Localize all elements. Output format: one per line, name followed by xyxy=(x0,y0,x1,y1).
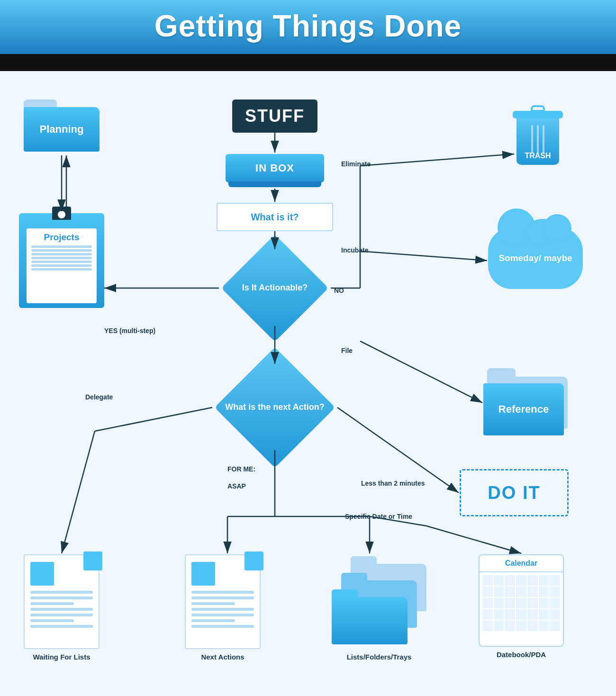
next-action-label: What is the next Action? xyxy=(212,365,337,450)
svg-line-9 xyxy=(360,154,514,166)
planning-folder-icon: Planning xyxy=(24,99,100,152)
svg-line-11 xyxy=(360,341,482,403)
next-action-diamond: What is the next Action? xyxy=(212,365,337,450)
diagram: STUFF IN BOX What is it? Is It Actionabl… xyxy=(0,71,616,696)
datebook-doc: Calendar xyxy=(479,554,564,659)
trash-can: TRASH xyxy=(516,118,559,165)
file-label: File xyxy=(341,347,353,354)
less-than-2-label: Less than 2 minutes xyxy=(361,479,425,487)
next-actions-doc: Next Actions xyxy=(185,554,261,661)
asap-label: ASAP xyxy=(227,482,246,490)
svg-line-16 xyxy=(95,407,212,431)
stuff-box: STUFF xyxy=(232,99,317,133)
actionable-diamond: Is It Actionable? xyxy=(219,250,331,326)
yes-multistep-label: YES (multi-step) xyxy=(104,327,155,334)
page-title: Getting Things Done xyxy=(0,9,616,44)
specific-date-label: Specific Date or Time xyxy=(345,513,412,520)
doit-box: DO IT xyxy=(460,469,569,516)
svg-line-23 xyxy=(426,526,521,553)
projects-clipboard: Projects xyxy=(19,213,104,308)
svg-line-17 xyxy=(62,431,95,553)
whatisit-box: What is it? xyxy=(217,203,333,231)
svg-line-10 xyxy=(360,251,487,261)
someday-cloud: Someday/ maybe xyxy=(488,227,583,289)
eliminate-label: Eliminate xyxy=(341,160,371,168)
actionable-label: Is It Actionable? xyxy=(219,250,331,326)
delegate-label: Delegate xyxy=(85,393,113,401)
incubate-label: Incubate xyxy=(341,246,369,254)
lists-folders-doc: Lists/Folders/Trays xyxy=(332,554,426,661)
for-me-label: FOR ME: xyxy=(227,465,255,473)
inbox-box: IN BOX xyxy=(226,154,324,182)
page-header: Getting Things Done xyxy=(0,0,616,54)
waiting-doc: Waiting For Lists xyxy=(24,554,100,661)
trash-container: TRASH xyxy=(516,114,559,165)
black-bar xyxy=(0,54,616,71)
no-label: NO xyxy=(334,287,344,294)
planning-folder: Planning xyxy=(24,99,100,152)
